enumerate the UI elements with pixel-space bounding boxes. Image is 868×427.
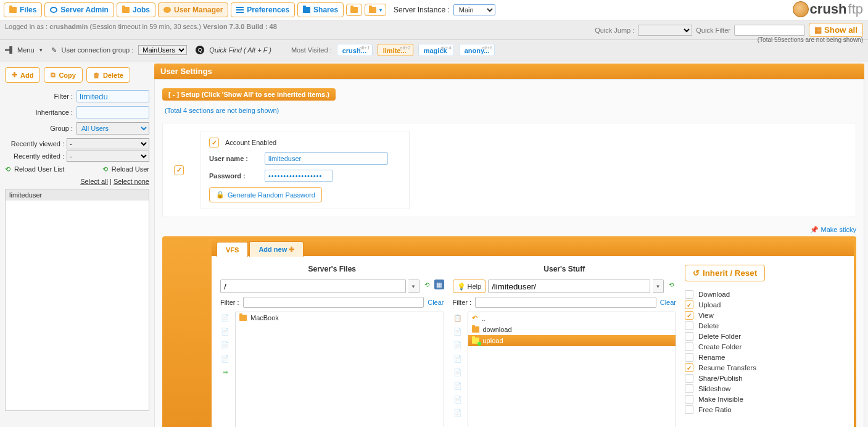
reload-user[interactable]: ⟲Reload User bbox=[102, 165, 149, 173]
grid-icon[interactable]: ▦ bbox=[434, 280, 444, 289]
checkbox[interactable] bbox=[685, 332, 693, 341]
user-path-drop[interactable]: ▼ bbox=[653, 280, 664, 293]
file-item[interactable]: MacBook bbox=[236, 312, 444, 323]
setup-toggle[interactable]: [ - ] Setup (Click 'Show All' to see inh… bbox=[162, 88, 336, 101]
user-file-list[interactable]: ↶.. download upload bbox=[468, 312, 677, 427]
file-icon[interactable]: 📄 bbox=[453, 354, 463, 363]
tab-server-admin[interactable]: Server Admin bbox=[44, 2, 114, 17]
section-enabled-check[interactable] bbox=[174, 165, 184, 175]
file-item[interactable]: download bbox=[468, 324, 676, 335]
conn-group-select[interactable]: MainUsers bbox=[138, 45, 187, 55]
sidebar: ✚Add ⧉Copy 🗑Delete Filter : Inheritance … bbox=[0, 62, 154, 416]
file-icon[interactable]: 📄 bbox=[220, 326, 230, 336]
checkbox[interactable] bbox=[685, 395, 693, 404]
show-all-button[interactable]: ▦Show all bbox=[809, 23, 863, 37]
copy-icon[interactable]: 📋 bbox=[453, 313, 463, 323]
quick-jump-select[interactable] bbox=[638, 25, 692, 36]
add-new-tab[interactable]: Add new ✚ bbox=[249, 241, 304, 257]
tab-preferences[interactable]: Preferences bbox=[231, 2, 295, 17]
perm-free-ratio[interactable]: Free Ratio bbox=[685, 405, 845, 414]
delete-button[interactable]: 🗑Delete bbox=[86, 67, 130, 83]
file-icon[interactable]: 📄 bbox=[453, 381, 463, 391]
server-path-input[interactable] bbox=[220, 280, 406, 293]
inherit-reset-button[interactable]: ↺Inherit / Reset bbox=[685, 265, 765, 281]
perm-create-folder[interactable]: Create Folder bbox=[685, 342, 845, 351]
perm-resume-transfers[interactable]: Resume Transfers bbox=[685, 363, 845, 372]
recent-viewed-select[interactable]: - bbox=[67, 138, 149, 149]
server-clear[interactable]: Clear bbox=[428, 299, 444, 306]
checkbox[interactable] bbox=[685, 363, 693, 372]
tab-user-manager[interactable]: User Manager bbox=[158, 2, 228, 17]
refresh-icon[interactable]: ⟲ bbox=[666, 280, 676, 289]
user-path-input[interactable] bbox=[488, 280, 650, 293]
filter-input[interactable] bbox=[76, 90, 149, 102]
perm-rename[interactable]: Rename bbox=[685, 353, 845, 362]
file-icon[interactable]: 📄 bbox=[453, 340, 463, 350]
mv-crush[interactable]: alt+1crush... bbox=[337, 44, 373, 56]
file-icon[interactable]: 📄 bbox=[453, 326, 463, 336]
checkbox[interactable] bbox=[685, 405, 693, 414]
perm-delete[interactable]: Delete bbox=[685, 321, 845, 330]
checkbox[interactable] bbox=[685, 353, 693, 362]
quick-filter-input[interactable] bbox=[734, 25, 805, 36]
refresh-icon[interactable]: ⟲ bbox=[422, 280, 432, 289]
perm-slideshow[interactable]: Slideshow bbox=[685, 384, 845, 393]
username-input[interactable] bbox=[265, 152, 388, 165]
group-select[interactable]: All Users bbox=[76, 122, 149, 135]
mv-magick[interactable]: alt+4magick bbox=[418, 44, 454, 56]
mv-anony[interactable]: alt+6anony... bbox=[459, 44, 495, 56]
add-button[interactable]: ✚Add bbox=[5, 67, 40, 83]
file-item-selected[interactable]: upload bbox=[468, 335, 676, 346]
tab-files[interactable]: Files bbox=[4, 2, 42, 17]
file-icon[interactable]: 📄 bbox=[220, 354, 230, 363]
vfs-tab[interactable]: VFS bbox=[217, 242, 248, 257]
user-filter-input[interactable] bbox=[475, 297, 656, 308]
file-icon[interactable]: 📄 bbox=[220, 313, 230, 323]
file-item-up[interactable]: ↶.. bbox=[468, 312, 676, 324]
help-button[interactable]: 💡Help bbox=[453, 280, 486, 293]
recent-edited-select[interactable]: - bbox=[67, 151, 149, 162]
password-input[interactable] bbox=[265, 170, 333, 182]
checkbox[interactable] bbox=[685, 384, 693, 393]
inheritance-input[interactable] bbox=[76, 106, 149, 118]
user-list[interactable]: limiteduser bbox=[5, 189, 149, 411]
file-icon[interactable]: 📄 bbox=[453, 408, 463, 418]
file-icon[interactable]: 📄 bbox=[220, 340, 230, 350]
checkbox[interactable] bbox=[685, 342, 693, 351]
server-instance-select[interactable]: Main bbox=[453, 4, 495, 15]
tab-extra-2[interactable]: ▾ bbox=[365, 4, 386, 16]
file-icon[interactable]: 📄 bbox=[453, 367, 463, 377]
tab-shares[interactable]: Shares bbox=[297, 2, 344, 17]
user-clear[interactable]: Clear bbox=[660, 299, 676, 306]
quickfind-icon[interactable]: Q bbox=[196, 46, 204, 54]
perm-view[interactable]: View bbox=[685, 311, 845, 320]
account-enabled-check[interactable] bbox=[209, 138, 219, 147]
perm-delete-folder[interactable]: Delete Folder bbox=[685, 332, 845, 341]
copy-button[interactable]: ⧉Copy bbox=[44, 67, 83, 83]
checkbox[interactable] bbox=[685, 321, 693, 330]
checkbox[interactable] bbox=[685, 374, 693, 383]
user-list-item[interactable]: limiteduser bbox=[6, 189, 149, 201]
perm-make-invisible[interactable]: Make Invisible bbox=[685, 395, 845, 404]
checkbox[interactable] bbox=[685, 301, 693, 309]
server-filter-input[interactable] bbox=[243, 297, 424, 308]
menu-label[interactable]: Menu bbox=[17, 46, 35, 54]
select-none[interactable]: Select none bbox=[114, 178, 149, 185]
file-icon[interactable]: 📄 bbox=[453, 394, 463, 404]
select-all[interactable]: Select all bbox=[80, 178, 108, 185]
perm-download[interactable]: Download bbox=[685, 290, 845, 299]
checkbox[interactable] bbox=[685, 311, 693, 320]
tab-jobs[interactable]: Jobs bbox=[117, 2, 155, 17]
main: ✚Add ⧉Copy 🗑Delete Filter : Inheritance … bbox=[0, 62, 868, 427]
server-path-drop[interactable]: ▼ bbox=[408, 280, 420, 293]
arrow-icon[interactable]: ➡ bbox=[220, 367, 230, 377]
make-sticky[interactable]: 📌 Make sticky bbox=[810, 226, 856, 233]
tab-extra-1[interactable] bbox=[346, 4, 362, 16]
perm-upload[interactable]: Upload bbox=[685, 301, 845, 309]
checkbox[interactable] bbox=[685, 290, 693, 299]
generate-password-button[interactable]: 🔒Generate Random Password bbox=[209, 187, 322, 202]
server-file-list[interactable]: MacBook bbox=[235, 312, 444, 427]
reload-user-list[interactable]: ⟲Reload User List bbox=[5, 165, 64, 173]
mv-limite[interactable]: alt+2limite... bbox=[378, 44, 413, 56]
perm-share-publish[interactable]: Share/Publish bbox=[685, 374, 845, 383]
